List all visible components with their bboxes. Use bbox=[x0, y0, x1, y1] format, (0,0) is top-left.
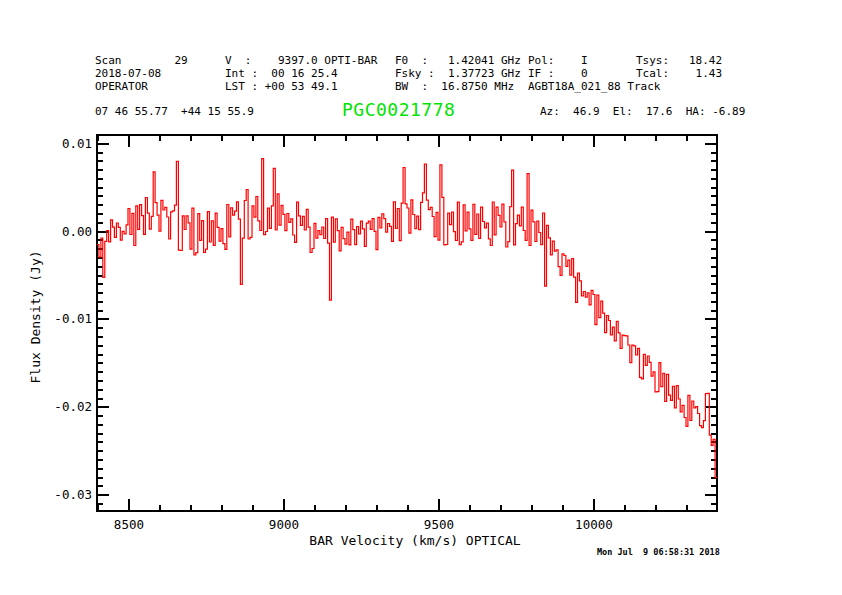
y-tick-label: 0.00 bbox=[40, 224, 92, 239]
y-tick-label: 0.01 bbox=[40, 136, 92, 151]
plot-frame bbox=[97, 135, 717, 511]
spectrum-plot bbox=[0, 0, 842, 595]
x-tick-label: 8500 bbox=[114, 517, 144, 532]
y-tick-label: -0.01 bbox=[40, 311, 92, 326]
y-tick-label: -0.03 bbox=[40, 487, 92, 502]
spectrum-display-window: Scan 29 V : 9397.0 OPTI-BAR F0 : 1.42041… bbox=[0, 0, 842, 595]
y-tick-label: -0.02 bbox=[40, 399, 92, 414]
plot-timestamp: Mon Jul 9 06:58:31 2018 bbox=[597, 547, 720, 557]
x-tick-label: 10000 bbox=[575, 517, 613, 532]
x-tick-label: 9500 bbox=[424, 517, 454, 532]
x-axis-label: BAR Velocity (km/s) OPTICAL bbox=[309, 533, 520, 548]
spectrum-trace bbox=[97, 159, 717, 478]
y-axis-label: Flux Density (Jy) bbox=[28, 264, 43, 384]
x-tick-label: 9000 bbox=[269, 517, 299, 532]
